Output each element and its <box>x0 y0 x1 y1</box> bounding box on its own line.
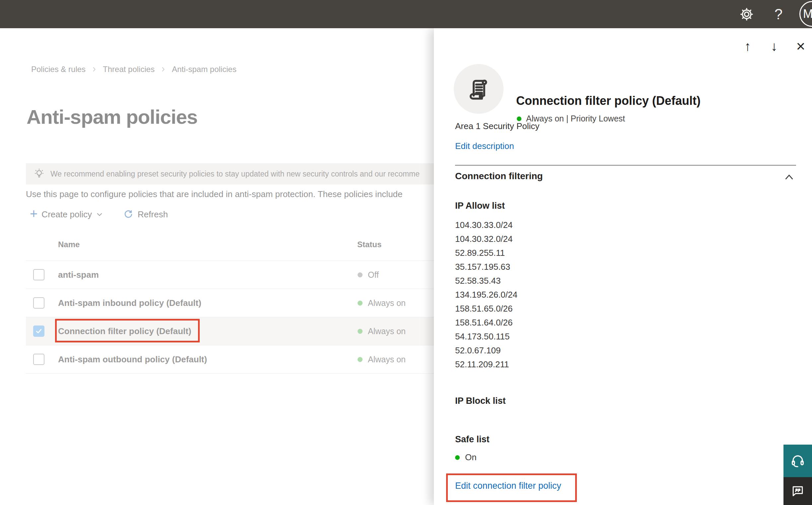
chevron-down-icon <box>96 211 103 218</box>
chat-feedback-icon <box>790 484 805 498</box>
row-divider <box>26 373 435 374</box>
status-dot-on <box>517 117 522 121</box>
policy-status: Always on <box>358 289 406 317</box>
ip-block-list-header: IP Block list <box>455 396 506 406</box>
policy-status: Always on <box>358 345 406 373</box>
row-checkbox[interactable] <box>33 297 44 309</box>
main-content: Policies & rules Threat policies Anti-sp… <box>0 28 435 505</box>
status-dot-on <box>358 301 363 306</box>
policy-name[interactable]: Connection filter policy (Default) <box>58 317 191 345</box>
previous-item-arrow-up-icon[interactable]: ↑ <box>738 37 757 55</box>
next-item-arrow-down-icon[interactable]: ↓ <box>765 37 784 55</box>
column-header-name[interactable]: Name <box>58 240 79 249</box>
status-priority-text: Always on | Priority Lowest <box>526 114 625 124</box>
breadcrumb: Policies & rules Threat policies Anti-sp… <box>31 65 236 74</box>
ip-entry: 35.157.195.63 <box>455 260 518 274</box>
collapse-chevron-up-icon[interactable] <box>784 173 794 183</box>
banner-text: We recommend enabling preset security po… <box>50 170 420 178</box>
status-text: Always on <box>368 355 406 364</box>
status-dot-on <box>455 455 460 460</box>
status-text: Off <box>368 270 379 280</box>
ip-entry: 104.30.33.0/24 <box>455 218 518 232</box>
connection-filtering-header: Connection filtering <box>455 171 543 181</box>
create-policy-button[interactable]: + Create policy <box>30 208 103 220</box>
ip-allow-list: 104.30.33.0/24 104.30.32.0/24 52.89.255.… <box>455 218 518 371</box>
account-avatar[interactable]: M <box>799 1 812 27</box>
refresh-button[interactable]: Refresh <box>123 209 168 220</box>
table-row-outbound-policy[interactable]: Anti-spam outbound policy (Default) Alwa… <box>26 345 435 373</box>
table-row-connection-filter-policy[interactable]: Connection filter policy (Default) Alway… <box>26 317 435 345</box>
policy-scroll-icon <box>454 64 503 114</box>
row-checkbox[interactable] <box>33 269 44 280</box>
avatar-initial: M <box>803 7 812 21</box>
ip-entry: 52.58.35.43 <box>455 274 518 288</box>
breadcrumb-policies-rules[interactable]: Policies & rules <box>31 65 85 74</box>
ip-entry: 134.195.26.0/24 <box>455 288 518 302</box>
policy-description: Area 1 Security Policy <box>455 121 539 131</box>
chevron-right-icon <box>160 66 167 73</box>
settings-gear-icon[interactable] <box>737 0 756 28</box>
breadcrumb-anti-spam-policies[interactable]: Anti-spam policies <box>172 65 236 74</box>
policy-name[interactable]: Anti-spam inbound policy (Default) <box>58 289 201 317</box>
ip-entry: 52.89.255.11 <box>455 246 518 260</box>
recommendation-banner: We recommend enabling preset security po… <box>26 163 435 184</box>
section-divider <box>455 165 796 166</box>
page-intro-text: Use this page to configure policies that… <box>26 184 403 204</box>
policy-status: Off <box>358 261 379 289</box>
ip-entry: 52.0.67.109 <box>455 343 518 357</box>
status-text: Always on <box>368 327 406 336</box>
policy-details-flyout: ↑ ↓ × Connection filter policy (Default)… <box>434 28 812 505</box>
edit-description-link[interactable]: Edit description <box>455 141 514 151</box>
lightbulb-icon <box>33 168 45 180</box>
status-text: Always on <box>368 298 406 308</box>
ip-allow-list-header: IP Allow list <box>455 201 505 211</box>
status-dot-on <box>358 357 363 362</box>
status-dot-off <box>358 273 363 278</box>
page-title: Anti-spam policies <box>26 106 197 128</box>
create-policy-label: Create policy <box>41 209 92 220</box>
ip-entry: 54.173.50.115 <box>455 329 518 343</box>
policy-status: Always on <box>358 317 406 345</box>
top-app-bar: ? M <box>0 0 812 28</box>
toolbar: + Create policy Refresh <box>30 206 168 222</box>
help-icon[interactable]: ? <box>769 0 788 28</box>
chevron-right-icon <box>91 66 97 73</box>
row-checkbox-checked[interactable] <box>33 326 44 337</box>
ip-entry: 158.51.64.0/26 <box>455 316 518 329</box>
safe-list-header: Safe list <box>455 434 489 445</box>
edit-connection-filter-policy-link[interactable]: Edit connection filter policy <box>455 481 561 491</box>
policy-name[interactable]: Anti-spam outbound policy (Default) <box>58 345 207 373</box>
refresh-label: Refresh <box>138 209 168 220</box>
policy-name[interactable]: anti-spam <box>58 261 99 289</box>
table-row-anti-spam[interactable]: anti-spam Off <box>26 261 435 289</box>
status-dot-on <box>358 329 363 334</box>
support-headset-button[interactable] <box>784 445 812 477</box>
table-row-inbound-policy[interactable]: Anti-spam inbound policy (Default) Alway… <box>26 289 435 317</box>
column-header-status[interactable]: Status <box>357 240 381 249</box>
headset-icon <box>790 453 806 469</box>
safe-list-value: On <box>465 452 477 463</box>
refresh-icon <box>123 209 134 220</box>
ip-entry: 104.30.32.0/24 <box>455 232 518 246</box>
row-checkbox[interactable] <box>33 354 44 365</box>
close-icon[interactable]: × <box>791 37 810 55</box>
flyout-title: Connection filter policy (Default) <box>516 94 700 108</box>
plus-icon: + <box>30 207 37 220</box>
ip-entry: 158.51.65.0/26 <box>455 302 518 316</box>
feedback-chat-button[interactable] <box>784 477 812 505</box>
safe-list-status: On <box>455 452 477 463</box>
check-icon <box>35 328 42 335</box>
ip-entry: 52.11.209.211 <box>455 357 518 371</box>
breadcrumb-threat-policies[interactable]: Threat policies <box>103 65 155 74</box>
